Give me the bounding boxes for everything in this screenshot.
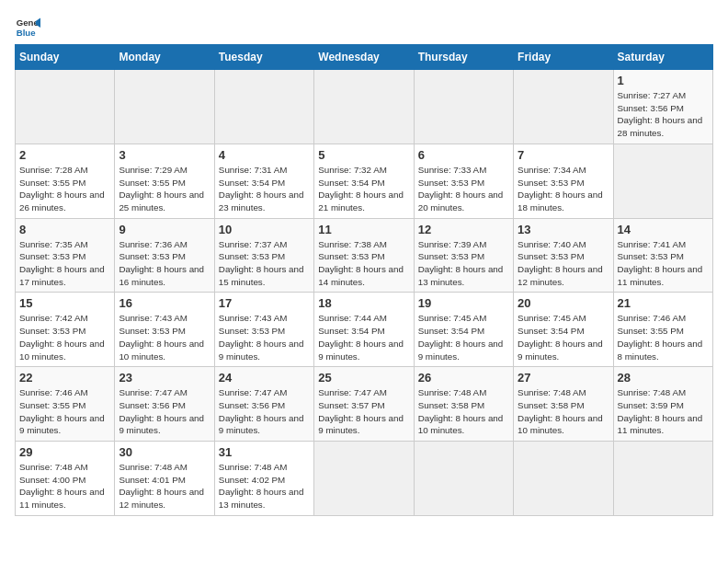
day-detail: Sunrise: 7:44 AM Sunset: 3:54 PM Dayligh… <box>318 312 409 362</box>
day-detail: Sunrise: 7:28 AM Sunset: 3:55 PM Dayligh… <box>19 164 110 214</box>
calendar-cell: 11 Sunrise: 7:38 AM Sunset: 3:53 PM Dayl… <box>314 218 414 293</box>
calendar-cell: 23 Sunrise: 7:47 AM Sunset: 3:56 PM Dayl… <box>115 367 214 442</box>
day-detail: Sunrise: 7:48 AM Sunset: 4:02 PM Dayligh… <box>219 461 310 511</box>
calendar-cell: 22 Sunrise: 7:46 AM Sunset: 3:55 PM Dayl… <box>16 367 115 442</box>
weekday-header-friday: Friday <box>514 45 613 70</box>
calendar-cell <box>514 442 613 516</box>
day-detail: Sunrise: 7:35 AM Sunset: 3:53 PM Dayligh… <box>19 238 110 289</box>
day-detail: Sunrise: 7:45 AM Sunset: 3:54 PM Dayligh… <box>418 312 509 362</box>
calendar-cell: 30 Sunrise: 7:48 AM Sunset: 4:01 PM Dayl… <box>115 442 214 516</box>
day-detail: Sunrise: 7:40 AM Sunset: 3:53 PM Dayligh… <box>518 238 609 289</box>
logo-icon: General Blue <box>15 15 40 40</box>
calendar-cell: 16 Sunrise: 7:43 AM Sunset: 3:53 PM Dayl… <box>115 293 214 367</box>
calendar-cell: 13 Sunrise: 7:40 AM Sunset: 3:53 PM Dayl… <box>514 218 613 293</box>
day-number: 14 <box>618 223 709 236</box>
calendar-cell <box>314 442 414 516</box>
calendar-cell: 21 Sunrise: 7:46 AM Sunset: 3:55 PM Dayl… <box>613 293 712 367</box>
day-number: 25 <box>318 371 409 385</box>
calendar-cell: 3 Sunrise: 7:29 AM Sunset: 3:55 PM Dayli… <box>115 144 214 218</box>
day-detail: Sunrise: 7:46 AM Sunset: 3:55 PM Dayligh… <box>19 386 110 437</box>
calendar-cell: 18 Sunrise: 7:44 AM Sunset: 3:54 PM Dayl… <box>314 293 414 367</box>
day-number: 21 <box>618 296 709 310</box>
calendar-cell <box>16 70 115 144</box>
day-detail: Sunrise: 7:32 AM Sunset: 3:54 PM Dayligh… <box>318 164 409 214</box>
calendar-cell <box>414 70 513 144</box>
day-number: 24 <box>219 371 310 385</box>
weekday-header-monday: Monday <box>115 45 214 70</box>
day-number: 3 <box>119 148 210 162</box>
calendar-cell: 19 Sunrise: 7:45 AM Sunset: 3:54 PM Dayl… <box>414 293 513 367</box>
day-detail: Sunrise: 7:48 AM Sunset: 4:01 PM Dayligh… <box>119 461 210 511</box>
calendar-cell: 24 Sunrise: 7:47 AM Sunset: 3:56 PM Dayl… <box>214 367 313 442</box>
calendar-cell <box>115 70 214 144</box>
day-number: 30 <box>119 445 210 459</box>
calendar-cell: 29 Sunrise: 7:48 AM Sunset: 4:00 PM Dayl… <box>16 442 115 516</box>
calendar-week-6: 29 Sunrise: 7:48 AM Sunset: 4:00 PM Dayl… <box>16 442 713 516</box>
day-detail: Sunrise: 7:48 AM Sunset: 3:58 PM Dayligh… <box>418 386 509 437</box>
calendar-cell: 5 Sunrise: 7:32 AM Sunset: 3:54 PM Dayli… <box>314 144 414 218</box>
day-number: 8 <box>19 223 110 236</box>
day-number: 19 <box>418 296 509 310</box>
calendar-week-5: 22 Sunrise: 7:46 AM Sunset: 3:55 PM Dayl… <box>16 367 713 442</box>
day-detail: Sunrise: 7:48 AM Sunset: 4:00 PM Dayligh… <box>19 461 110 511</box>
day-number: 12 <box>418 223 509 236</box>
calendar-cell: 12 Sunrise: 7:39 AM Sunset: 3:53 PM Dayl… <box>414 218 513 293</box>
calendar-week-2: 2 Sunrise: 7:28 AM Sunset: 3:55 PM Dayli… <box>16 144 713 218</box>
day-detail: Sunrise: 7:34 AM Sunset: 3:53 PM Dayligh… <box>518 164 609 214</box>
weekday-header-sunday: Sunday <box>16 45 115 70</box>
calendar-cell: 6 Sunrise: 7:33 AM Sunset: 3:53 PM Dayli… <box>414 144 513 218</box>
weekday-header-wednesday: Wednesday <box>314 45 414 70</box>
calendar-table: SundayMondayTuesdayWednesdayThursdayFrid… <box>15 44 713 516</box>
calendar-cell: 17 Sunrise: 7:43 AM Sunset: 3:53 PM Dayl… <box>214 293 313 367</box>
day-number: 26 <box>418 371 509 385</box>
calendar-week-3: 8 Sunrise: 7:35 AM Sunset: 3:53 PM Dayli… <box>16 218 713 293</box>
day-number: 2 <box>19 148 110 162</box>
day-number: 5 <box>318 148 409 162</box>
calendar-cell: 20 Sunrise: 7:45 AM Sunset: 3:54 PM Dayl… <box>514 293 613 367</box>
day-detail: Sunrise: 7:46 AM Sunset: 3:55 PM Dayligh… <box>618 312 709 362</box>
day-number: 31 <box>219 445 310 459</box>
calendar-cell: 8 Sunrise: 7:35 AM Sunset: 3:53 PM Dayli… <box>16 218 115 293</box>
page-header: General Blue <box>15 15 713 40</box>
calendar-cell <box>514 70 613 144</box>
calendar-cell: 27 Sunrise: 7:48 AM Sunset: 3:58 PM Dayl… <box>514 367 613 442</box>
day-number: 6 <box>418 148 509 162</box>
calendar-cell: 26 Sunrise: 7:48 AM Sunset: 3:58 PM Dayl… <box>414 367 513 442</box>
calendar-cell <box>414 442 513 516</box>
logo: General Blue <box>15 15 40 40</box>
day-number: 28 <box>618 371 709 385</box>
day-number: 27 <box>518 371 609 385</box>
weekday-header-saturday: Saturday <box>613 45 712 70</box>
day-number: 29 <box>19 445 110 459</box>
weekday-header-row: SundayMondayTuesdayWednesdayThursdayFrid… <box>16 45 713 70</box>
calendar-cell: 4 Sunrise: 7:31 AM Sunset: 3:54 PM Dayli… <box>214 144 313 218</box>
day-number: 4 <box>219 148 310 162</box>
day-number: 23 <box>119 371 210 385</box>
day-detail: Sunrise: 7:31 AM Sunset: 3:54 PM Dayligh… <box>219 164 310 214</box>
day-detail: Sunrise: 7:36 AM Sunset: 3:53 PM Dayligh… <box>119 238 210 289</box>
calendar-cell: 1 Sunrise: 7:27 AM Sunset: 3:56 PM Dayli… <box>613 70 712 144</box>
day-detail: Sunrise: 7:45 AM Sunset: 3:54 PM Dayligh… <box>518 312 609 362</box>
day-number: 9 <box>119 223 210 236</box>
day-number: 10 <box>219 223 310 236</box>
day-detail: Sunrise: 7:41 AM Sunset: 3:53 PM Dayligh… <box>618 238 709 289</box>
day-number: 15 <box>19 296 110 310</box>
calendar-cell: 15 Sunrise: 7:42 AM Sunset: 3:53 PM Dayl… <box>16 293 115 367</box>
weekday-header-tuesday: Tuesday <box>214 45 313 70</box>
day-number: 7 <box>518 148 609 162</box>
calendar-cell: 9 Sunrise: 7:36 AM Sunset: 3:53 PM Dayli… <box>115 218 214 293</box>
calendar-cell <box>613 144 712 218</box>
day-number: 13 <box>518 223 609 236</box>
day-detail: Sunrise: 7:47 AM Sunset: 3:56 PM Dayligh… <box>219 386 310 437</box>
calendar-cell <box>613 442 712 516</box>
day-number: 22 <box>19 371 110 385</box>
day-detail: Sunrise: 7:33 AM Sunset: 3:53 PM Dayligh… <box>418 164 509 214</box>
day-detail: Sunrise: 7:27 AM Sunset: 3:56 PM Dayligh… <box>618 89 709 140</box>
calendar-cell <box>214 70 313 144</box>
day-detail: Sunrise: 7:43 AM Sunset: 3:53 PM Dayligh… <box>119 312 210 362</box>
day-detail: Sunrise: 7:48 AM Sunset: 3:58 PM Dayligh… <box>518 386 609 437</box>
day-detail: Sunrise: 7:39 AM Sunset: 3:53 PM Dayligh… <box>418 238 509 289</box>
calendar-cell: 31 Sunrise: 7:48 AM Sunset: 4:02 PM Dayl… <box>214 442 313 516</box>
calendar-cell: 28 Sunrise: 7:48 AM Sunset: 3:59 PM Dayl… <box>613 367 712 442</box>
day-number: 18 <box>318 296 409 310</box>
